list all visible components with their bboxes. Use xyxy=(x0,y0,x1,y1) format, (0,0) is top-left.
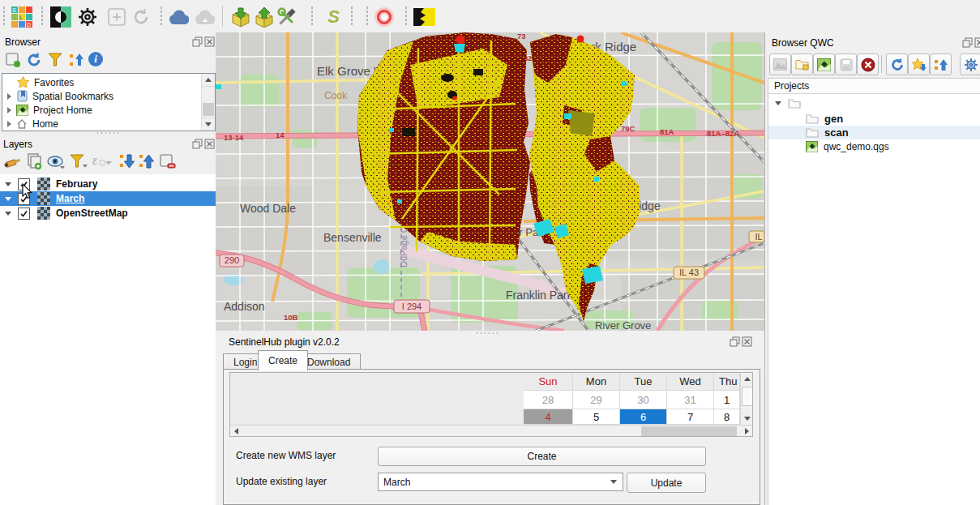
toolbar-grip[interactable] xyxy=(160,6,164,27)
scrollbar-thumb[interactable] xyxy=(641,426,737,436)
collapse-icon[interactable] xyxy=(5,182,11,186)
qwc-plugin-icon[interactable] xyxy=(413,6,435,28)
donut-plugin-icon[interactable] xyxy=(373,6,395,28)
toolbar-grip[interactable] xyxy=(41,6,45,27)
expand-icon[interactable] xyxy=(7,121,11,127)
sentinel-float-icon[interactable] xyxy=(730,336,740,347)
browser-add-layer-icon[interactable] xyxy=(5,52,21,71)
qwc-item-gen[interactable]: gen xyxy=(768,112,980,126)
date-calendar[interactable]: Sun Mon Tue Wed Thu 28 29 30 31 1 4 5 6 … xyxy=(229,372,753,437)
qwc-new-project-icon[interactable] xyxy=(813,53,835,75)
map-label-addison: Addison xyxy=(224,300,265,313)
calendar-cell-7[interactable]: 7 xyxy=(667,409,714,425)
qwc-settings-icon[interactable] xyxy=(960,53,980,75)
qwc-new-folder-icon[interactable] xyxy=(791,53,813,75)
qwc-save-disabled-icon[interactable] xyxy=(835,53,857,75)
sentinel-plugin-icon[interactable]: S xyxy=(323,6,344,28)
scrollbar-thumb[interactable] xyxy=(742,387,753,406)
bookmark-icon xyxy=(17,90,28,102)
qwc-item-qwc-demo[interactable]: qwc_demo.qgs xyxy=(768,139,980,153)
tools-icon[interactable] xyxy=(276,6,297,28)
toolbar-grip[interactable] xyxy=(366,6,370,27)
tree-item-spatial-bookmarks[interactable]: Spatial Bookmarks xyxy=(2,89,200,103)
browser-close-icon[interactable] xyxy=(204,36,215,47)
qwc-root-folder-row[interactable] xyxy=(768,96,980,110)
layer-styling-icon[interactable] xyxy=(3,154,21,173)
tab-create[interactable]: Create xyxy=(258,350,308,370)
tree-item-favorites[interactable]: Favorites xyxy=(2,75,200,89)
panel-splitter-handle[interactable] xyxy=(96,131,120,135)
calendar-cell-31[interactable]: 31 xyxy=(667,391,714,409)
calendar-cell-29[interactable]: 29 xyxy=(573,391,620,409)
toolbar-grip[interactable] xyxy=(404,6,409,27)
collapse-all-icon[interactable] xyxy=(138,152,154,173)
settings-gear-icon[interactable] xyxy=(76,6,98,28)
browser-float-icon[interactable] xyxy=(192,36,203,47)
scrollbar-thumb[interactable] xyxy=(203,103,214,116)
panel-splitter-handle[interactable] xyxy=(475,332,499,335)
create-button[interactable]: Create xyxy=(378,447,706,466)
qwc-close-icon[interactable] xyxy=(974,37,980,48)
checkout-box-icon[interactable] xyxy=(229,6,251,28)
sentinel-close-icon[interactable] xyxy=(742,336,752,347)
projects-header[interactable]: Projects xyxy=(768,79,980,94)
layer-row-openstreetmap[interactable]: OpenStreetMap xyxy=(0,206,216,220)
svg-text:L: L xyxy=(19,15,23,20)
calendar-hscrollbar[interactable] xyxy=(230,425,753,437)
calendar-cell-30[interactable]: 30 xyxy=(620,391,667,409)
update-button[interactable]: Update xyxy=(627,473,706,493)
expand-icon[interactable] xyxy=(7,93,11,100)
browser-refresh-icon[interactable] xyxy=(26,52,42,71)
layers-close-icon[interactable] xyxy=(204,139,215,149)
cloud-upload-disabled-icon[interactable] xyxy=(193,6,215,28)
commit-box-icon[interactable] xyxy=(253,6,275,28)
calendar-vscrollbar[interactable] xyxy=(740,373,753,425)
add-frame-icon[interactable] xyxy=(105,6,127,28)
toolbar-grip[interactable] xyxy=(310,6,315,27)
calendar-cell-8[interactable]: 8 xyxy=(714,409,740,425)
toolbar-grip[interactable] xyxy=(2,6,6,27)
layers-float-icon[interactable] xyxy=(192,139,203,149)
sld-plugin-icon[interactable]: SLD xyxy=(11,6,32,28)
project-icon xyxy=(16,105,28,116)
map-themes-icon[interactable] xyxy=(47,155,66,172)
browser-filter-icon[interactable] xyxy=(48,53,62,70)
qwc-refresh-icon[interactable] xyxy=(886,53,908,75)
refresh-disabled-icon[interactable] xyxy=(130,6,152,28)
calendar-cell-28[interactable]: 28 xyxy=(524,391,573,409)
qwc-open-disabled-icon[interactable] xyxy=(769,53,791,75)
qwc-favorites-download-icon[interactable] xyxy=(908,53,930,75)
filter-expression-icon[interactable]: ε xyxy=(92,154,112,169)
tree-item-project-home[interactable]: Project Home xyxy=(2,103,200,117)
browser-info-icon[interactable]: i xyxy=(88,52,103,66)
filter-legend-icon[interactable] xyxy=(70,154,89,172)
layer-checkbox[interactable] xyxy=(18,208,30,220)
toolbar-grip[interactable] xyxy=(350,6,354,27)
calendar-cell-5[interactable]: 5 xyxy=(573,409,620,425)
remove-layer-icon[interactable] xyxy=(159,153,177,173)
qgis-project-icon xyxy=(806,141,818,152)
contrast-plugin-icon[interactable] xyxy=(49,6,71,28)
collapse-icon[interactable] xyxy=(5,197,11,201)
add-group-icon[interactable] xyxy=(25,152,43,173)
tree-item-home[interactable]: Home xyxy=(2,117,200,131)
calendar-cell-1[interactable]: 1 xyxy=(714,391,740,409)
calendar-cell-6-selected[interactable]: 6 xyxy=(620,409,667,425)
collapse-icon[interactable] xyxy=(5,212,11,216)
map-canvas[interactable]: DuPage Cou Elk Grove Village Cook Park R… xyxy=(216,32,764,331)
calendar-cell-4-highlighted[interactable]: 4 xyxy=(524,409,573,425)
browser-tree-scrollbar[interactable] xyxy=(201,74,215,131)
layer-select-dropdown[interactable]: March xyxy=(378,473,623,491)
qwc-item-scan[interactable]: scan xyxy=(768,126,980,139)
collapse-icon[interactable] xyxy=(775,101,781,105)
browser-collapse-icon[interactable] xyxy=(68,52,84,71)
map-label-bensenville: Bensenville xyxy=(323,231,382,244)
cloud-icon[interactable] xyxy=(167,6,189,28)
qwc-delete-icon[interactable] xyxy=(857,53,879,75)
qwc-collapse-icon[interactable] xyxy=(930,53,952,75)
expand-all-icon[interactable] xyxy=(118,152,135,173)
map-label-franklin-park: Franklin Park xyxy=(506,289,573,302)
qwc-float-icon[interactable] xyxy=(962,37,973,48)
expand-icon[interactable] xyxy=(7,107,11,113)
mouse-cursor xyxy=(22,183,33,199)
